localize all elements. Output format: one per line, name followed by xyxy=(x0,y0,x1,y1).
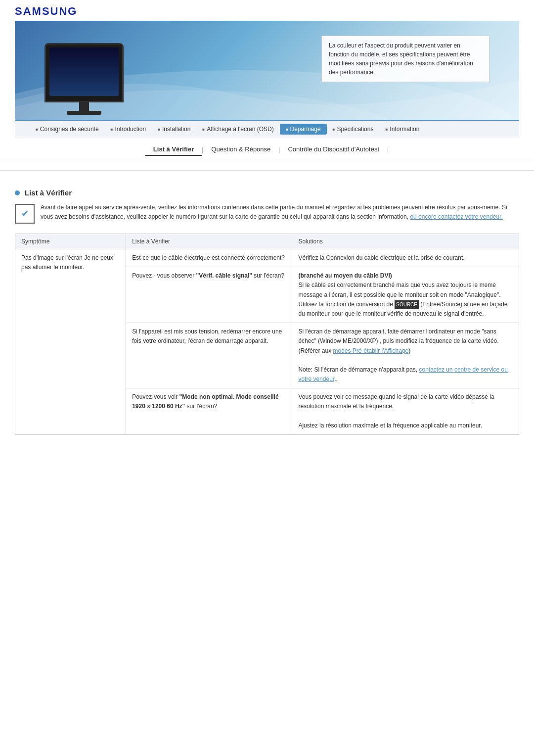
link-contact[interactable]: contactez un centre de service ou votre … xyxy=(298,366,508,382)
nav-item-consignes[interactable]: Consignes de sécurité xyxy=(30,124,105,135)
section-intro: ✔ Avant de faire appel au service après-… xyxy=(15,203,519,224)
source-icon: SOURCE xyxy=(395,300,419,309)
symptom-cell: Pas d'image sur l'écran Je ne peux pas a… xyxy=(15,249,126,435)
table-row: Pas d'image sur l'écran Je ne peux pas a… xyxy=(15,249,519,267)
banner-text-box: La couleur et l'aspect du produit peuven… xyxy=(321,36,490,82)
main-content: List à Vérifier ✔ Avant de faire appel a… xyxy=(0,179,534,445)
check-cell-4: Pouvez-vous voir "Mode non optimal. Mode… xyxy=(126,388,292,435)
col-symptome: Symptôme xyxy=(15,234,126,249)
blue-dot-icon xyxy=(15,190,20,195)
link-modes[interactable]: modes Pré-établir l'Affichage xyxy=(333,347,408,354)
subnav-list[interactable]: List à Vérifier xyxy=(145,143,202,156)
nav-item-specifications[interactable]: Spécifications xyxy=(327,124,380,135)
header: SAMSUNG La couleur et l'aspect du produi… xyxy=(0,0,534,138)
nav-item-depannage[interactable]: Dépannage xyxy=(280,124,327,135)
table-header-row: Symptôme Liste à Vérifier Solutions xyxy=(15,234,519,249)
nav-item-affichage[interactable]: Affichage à l'écran (OSD) xyxy=(196,124,279,135)
nav-bar: Consignes de sécurité Introduction Insta… xyxy=(15,120,519,138)
solution-cell-2: (branché au moyen du câble DVI) Si le câ… xyxy=(292,267,519,323)
check-cell-2: Pouvez - vous observer "Vérif. câble sig… xyxy=(126,267,292,323)
section-title: List à Vérifier xyxy=(25,189,72,197)
nav-item-introduction[interactable]: Introduction xyxy=(105,124,152,135)
check-cell-3: Si l'appareil est mis sous tension, redé… xyxy=(126,323,292,388)
troubleshoot-table: Symptôme Liste à Vérifier Solutions Pas … xyxy=(15,234,519,435)
section-divider xyxy=(0,170,534,171)
monitor-illustration xyxy=(44,41,134,115)
subnav-autotest[interactable]: Contrôle du Dispositif d'Autotest xyxy=(280,143,387,156)
intro-link[interactable]: ou encore contactez votre vendeur. xyxy=(410,213,502,220)
solution-cell-4: Vous pouvez voir ce message quand le sig… xyxy=(292,388,519,435)
sub-nav: List à Vérifier | Question & Réponse | C… xyxy=(0,138,534,162)
section-title-row: List à Vérifier xyxy=(15,189,519,197)
nav-item-information[interactable]: Information xyxy=(379,124,425,135)
banner-description: La couleur et l'aspect du produit peuven… xyxy=(329,42,473,76)
subnav-sep-3: | xyxy=(387,146,389,153)
solution-cell-3: Si l'écran de démarrage apparait, faite … xyxy=(292,323,519,388)
nav-item-installation[interactable]: Installation xyxy=(152,124,196,135)
samsung-logo: SAMSUNG xyxy=(15,5,519,18)
intro-text: Avant de faire appel au service après-ve… xyxy=(41,203,519,224)
check-cell-1: Est-ce que le câble électrique est conne… xyxy=(126,249,292,267)
subnav-qa[interactable]: Question & Réponse xyxy=(203,143,278,156)
banner: La couleur et l'aspect du produit peuven… xyxy=(15,21,519,120)
solution-cell-1: Vérifiez la Connexion du cable électriqu… xyxy=(292,249,519,267)
col-solutions: Solutions xyxy=(292,234,519,249)
checklist-icon: ✔ xyxy=(15,204,35,224)
col-liste: Liste à Vérifier xyxy=(126,234,292,249)
